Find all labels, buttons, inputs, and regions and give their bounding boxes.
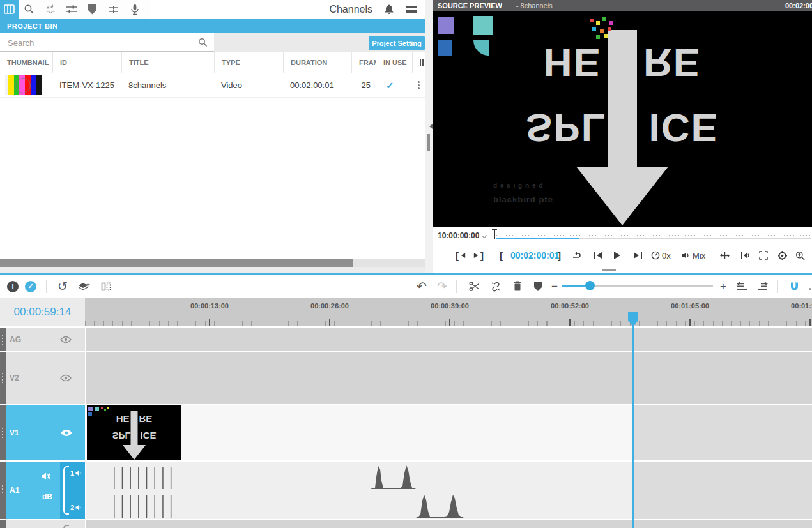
vertical-scrollbar-thumb[interactable] (427, 134, 430, 151)
col-type[interactable]: TYPE (214, 52, 283, 73)
undo-button[interactable]: ↶ (414, 275, 429, 298)
notifications-bell-icon[interactable] (384, 4, 394, 15)
col-in-use[interactable]: IN USE (376, 52, 412, 73)
overwrite-edit-icon[interactable] (740, 246, 750, 265)
fullscreen-icon[interactable] (759, 246, 768, 265)
tab-mixer[interactable] (103, 0, 124, 19)
scrollbar-thumb[interactable] (0, 259, 353, 267)
insert-edit-icon[interactable] (720, 246, 730, 265)
project-bin-header: PROJECT BIN (0, 19, 425, 33)
tab-search[interactable] (19, 0, 40, 19)
unlink-icon[interactable] (488, 275, 503, 298)
zoom-in-plus[interactable]: + (717, 275, 730, 298)
jump-to-in-button[interactable]: [ (456, 246, 466, 265)
track-speaker-icon[interactable] (41, 472, 52, 481)
visibility-eye-icon[interactable] (60, 429, 73, 437)
col-title[interactable]: TITLE (121, 52, 214, 73)
tab-media-log[interactable] (40, 0, 61, 19)
scrub-progress-track[interactable] (496, 238, 811, 239)
track-drag-handle[interactable] (0, 405, 6, 460)
audio-lane-2[interactable] (86, 490, 633, 519)
split-view-icon[interactable] (98, 275, 114, 298)
visibility-eye-icon[interactable] (60, 336, 72, 343)
play-button[interactable] (614, 246, 620, 265)
track-drag-handle[interactable] (0, 328, 6, 351)
redo-button[interactable]: ↷ (434, 275, 450, 298)
audio-mix-control[interactable]: Mix (682, 246, 705, 265)
info-button[interactable]: i (5, 275, 20, 298)
track-v1-header[interactable]: V1 (6, 405, 85, 460)
track-ag-content[interactable] (86, 328, 812, 351)
row-menu-kebab-icon[interactable] (412, 81, 425, 89)
clip-thumbnail[interactable] (0, 75, 52, 95)
db-label[interactable]: dB (42, 492, 52, 501)
mark-in-button[interactable]: [ (500, 246, 503, 265)
track-v2-content[interactable] (86, 352, 812, 404)
search-input[interactable]: Search (0, 33, 214, 52)
visibility-eye-icon[interactable] (60, 374, 72, 382)
overflow-icon[interactable] (808, 275, 812, 298)
transport-timecode[interactable]: 00:02:00:01 (510, 246, 559, 265)
playback-speed[interactable]: 0x (651, 246, 671, 265)
track-drag-handle[interactable] (0, 520, 6, 528)
loop-playback-icon[interactable] (572, 246, 581, 265)
channel-1-toggle[interactable]: 1 (70, 469, 82, 477)
channel-2-toggle[interactable]: 2 (70, 504, 82, 511)
add-marker-icon[interactable] (530, 275, 546, 298)
shift-track-up-icon[interactable] (733, 275, 750, 298)
collapse-panel-icon[interactable] (427, 124, 433, 129)
menu-hamburger-icon[interactable] (406, 6, 417, 13)
track-drag-handle[interactable] (0, 462, 6, 519)
mark-out-button[interactable]: ] (558, 246, 561, 265)
cut-scissors-icon[interactable] (466, 275, 482, 298)
a2-channel-group: 1 (60, 520, 85, 528)
track-ag-header[interactable]: AG (6, 328, 85, 351)
col-thumbnail[interactable]: THUMBNAIL (0, 52, 52, 73)
project-setting-button[interactable]: Project Setting (369, 36, 425, 50)
bin-horizontal-scrollbar[interactable] (0, 259, 425, 267)
tab-adjust[interactable] (61, 0, 82, 19)
zoom-in-icon[interactable] (795, 246, 805, 265)
next-frame-button[interactable] (634, 246, 642, 265)
timeline-current-timecode[interactable]: 00:00:59:14 (0, 298, 85, 326)
table-row[interactable]: ITEM-VX-1225 8channels Video 00:02:00:01… (0, 73, 425, 98)
tab-project-bin[interactable] (0, 0, 19, 19)
video-viewport[interactable]: SPL ICE HE RE blackbird pte d e s i g n … (433, 11, 812, 227)
track-drag-handle[interactable] (0, 352, 6, 404)
approve-check-button[interactable]: ✓ (23, 275, 38, 298)
audio-lane-1[interactable] (86, 462, 633, 490)
prev-frame-button[interactable] (594, 246, 602, 265)
col-frame[interactable]: FRAME (351, 52, 376, 73)
track-a2-content[interactable] (86, 520, 812, 528)
preview-settings-gear-icon[interactable] (778, 246, 787, 265)
col-duration[interactable]: DURATION (283, 52, 351, 73)
playhead-marker[interactable] (628, 312, 638, 326)
reload-icon[interactable]: ↺ (55, 275, 70, 298)
channel-bracket (63, 525, 69, 528)
preview-transport-bar: [ ] [ 00:02:00:01 ] 0x Mix (433, 246, 812, 265)
playhead-line[interactable] (632, 326, 634, 528)
preview-mini-scrollbar[interactable] (602, 269, 616, 271)
snap-magnet-icon[interactable] (786, 275, 802, 298)
tab-voiceover[interactable] (124, 0, 145, 19)
scrub-tick-ruler[interactable] (496, 235, 811, 236)
scrub-cursor[interactable] (494, 229, 495, 239)
timecode-dropdown-caret-icon[interactable] (482, 233, 487, 238)
col-id[interactable]: ID (52, 52, 121, 73)
track-a1-content[interactable] (86, 462, 812, 519)
timeline-ruler[interactable]: 00:00:13:0000:00:26:0000:00:39:0000:00:5… (85, 298, 812, 326)
delete-trash-icon[interactable] (510, 275, 525, 298)
timeline-clip-v1[interactable]: SPL ICE HE RE (87, 405, 181, 460)
add-layer-icon[interactable] (75, 275, 92, 298)
timeline-zoom-slider[interactable] (562, 285, 713, 287)
search-icon[interactable] (198, 38, 208, 47)
zoom-slider-knob[interactable] (585, 281, 595, 290)
scrub-timecode[interactable]: 10:00:00:00 (438, 231, 479, 240)
jump-to-out-button[interactable]: ] (473, 246, 484, 265)
track-v2-header[interactable]: V2 (6, 352, 85, 404)
track-v1-content[interactable]: SPL ICE HE RE (86, 405, 812, 460)
zoom-out-minus[interactable]: − (548, 275, 561, 298)
shift-track-down-icon[interactable] (754, 275, 770, 298)
column-settings-icon[interactable] (412, 52, 425, 73)
tab-marker[interactable] (82, 0, 103, 19)
